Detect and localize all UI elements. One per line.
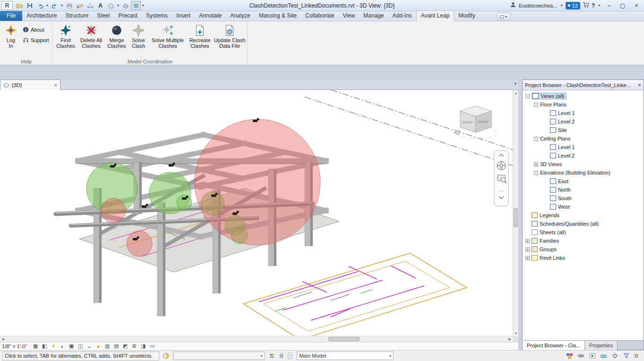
ribbon-tab-steel[interactable]: Steel bbox=[93, 11, 114, 21]
tree-item-3d-views[interactable]: + 3D Views bbox=[523, 160, 644, 168]
open-icon[interactable] bbox=[14, 1, 24, 10]
find-clashes-button[interactable]: Find Clashes bbox=[55, 22, 77, 56]
steering-wheel-icon[interactable] bbox=[497, 161, 506, 170]
expander-icon[interactable]: - bbox=[534, 137, 538, 141]
solve-clash-button[interactable]: Solve Clash bbox=[129, 22, 148, 56]
revit-logo[interactable]: R bbox=[1, 1, 13, 10]
viewcube-front-label[interactable]: RIGHT bbox=[463, 121, 473, 124]
user-menu-caret[interactable]: ▾ bbox=[559, 3, 563, 8]
status-design-options-icon[interactable] bbox=[588, 352, 596, 360]
status-links-icon[interactable] bbox=[577, 352, 585, 360]
ribbon-tab-collaborate[interactable]: Collaborate bbox=[301, 11, 338, 21]
ribbon-tab-insert[interactable]: Insert bbox=[172, 11, 195, 21]
close-view-tab-icon[interactable]: × bbox=[54, 82, 57, 88]
expander-icon[interactable]: - bbox=[525, 94, 530, 98]
active-design-model-select[interactable]: Main Model▾ bbox=[297, 352, 394, 360]
horizontal-scrollbar[interactable]: ◀ ▶ bbox=[0, 336, 513, 342]
status-glasses-icon[interactable] bbox=[600, 352, 608, 360]
more-tools-icon[interactable]: ▭ bbox=[148, 343, 156, 349]
vertical-scroll-thumb[interactable] bbox=[514, 208, 518, 227]
editing-requests-icon[interactable] bbox=[268, 352, 276, 360]
view-cube[interactable]: RIGHT RIGHT bbox=[454, 106, 496, 139]
reveal-constraints-icon[interactable]: ⊞ bbox=[130, 343, 138, 349]
measure-icon[interactable] bbox=[75, 1, 85, 10]
section-icon[interactable] bbox=[120, 1, 130, 10]
active-workset-select[interactable]: ▾ bbox=[173, 352, 265, 360]
support-button[interactable]: Support bbox=[23, 35, 49, 44]
ribbon-tab-structure[interactable]: Structure bbox=[61, 11, 93, 21]
undo-icon[interactable] bbox=[35, 1, 45, 10]
tree-item-families[interactable]: + Families bbox=[523, 237, 644, 245]
text-note-icon[interactable]: A bbox=[95, 1, 105, 10]
project-browser-header[interactable]: Project Browser - ClashDetectionTest_Lin… bbox=[523, 80, 644, 90]
ribbon-tab-file[interactable]: File bbox=[0, 11, 22, 21]
ribbon-tab-modify[interactable]: Modify bbox=[454, 11, 479, 21]
tab-properties[interactable]: Properties bbox=[585, 341, 618, 350]
crop-region-icon[interactable]: ◫ bbox=[77, 343, 85, 349]
worksharing-display-icon[interactable]: ▥ bbox=[103, 343, 112, 349]
close-button[interactable]: × bbox=[631, 1, 642, 10]
ribbon-tab-systems[interactable]: Systems bbox=[142, 11, 172, 21]
delete-all-clashes-button[interactable]: Delete All Clashes bbox=[77, 22, 105, 56]
ribbon-tab-architecture[interactable]: Architecture bbox=[22, 11, 61, 21]
ribbon-tab-view[interactable]: View bbox=[338, 11, 359, 21]
save-icon[interactable] bbox=[25, 1, 34, 10]
tree-item-ceiling-level-2[interactable]: Level 2 bbox=[523, 151, 644, 160]
ribbon-tab-annotate[interactable]: Annotate bbox=[195, 11, 226, 21]
expander-icon[interactable]: + bbox=[525, 247, 530, 252]
tree-item-level-1[interactable]: Level 1 bbox=[523, 109, 644, 117]
notification-badge[interactable]: 13 bbox=[566, 2, 580, 9]
log-in-button[interactable]: Log In bbox=[2, 22, 20, 56]
tree-item-floor-plans[interactable]: - Floor Plans bbox=[523, 100, 644, 109]
default-3d-view-icon[interactable] bbox=[106, 1, 116, 10]
ribbon-tab-precast[interactable]: Precast bbox=[114, 11, 142, 21]
help-icon[interactable]: ? bbox=[592, 2, 595, 9]
tree-item-south[interactable]: South bbox=[523, 194, 644, 203]
about-button[interactable]: About bbox=[23, 25, 49, 34]
tree-item-sheets[interactable]: Sheets (all) bbox=[523, 228, 644, 237]
expander-icon[interactable]: + bbox=[534, 162, 538, 167]
reveal-hidden-icon[interactable]: ● bbox=[94, 343, 103, 349]
tree-item-elevations[interactable]: - Elevations (Building Elevation) bbox=[523, 168, 644, 177]
tree-item-groups[interactable]: + Groups bbox=[523, 245, 644, 254]
expander-icon[interactable]: + bbox=[525, 256, 530, 260]
tab-project-browser[interactable]: Project Browser - Cla... bbox=[523, 341, 585, 350]
qat-customize-caret[interactable]: ▾ bbox=[141, 3, 145, 8]
dimension-icon[interactable] bbox=[85, 1, 95, 10]
filter-icon[interactable] bbox=[622, 352, 630, 360]
tree-item-north[interactable]: North bbox=[523, 185, 644, 194]
view-tab-3d[interactable]: {3D} × bbox=[0, 79, 60, 90]
tree-item-west[interactable]: West bbox=[523, 203, 644, 211]
worksharing-status-icon[interactable] bbox=[162, 352, 170, 360]
tree-item-revit-links[interactable]: + Revit Links bbox=[523, 254, 644, 262]
tree-item-schedules[interactable]: Schedules/Quantities (all) bbox=[523, 220, 644, 228]
undo-menu-caret[interactable]: ▾ bbox=[45, 3, 49, 8]
ribbon-tab-avant-leap[interactable]: Avant Leap bbox=[416, 10, 455, 21]
model-view-canvas[interactable]: RIGHT RIGHT bbox=[0, 90, 513, 336]
expander-icon[interactable]: + bbox=[525, 239, 530, 243]
scale-selector[interactable]: 1/8" = 1'-0" bbox=[2, 343, 31, 349]
hide-analytical-icon[interactable]: ◩ bbox=[121, 343, 129, 349]
signed-in-user[interactable]: Eosteicoechea... bbox=[519, 3, 557, 9]
tree-item-east[interactable]: East bbox=[523, 177, 644, 185]
cart-icon[interactable] bbox=[583, 1, 589, 9]
expander-icon[interactable]: - bbox=[534, 171, 538, 175]
ribbon-tab-analyze[interactable]: Analyze bbox=[226, 11, 255, 21]
maximize-button[interactable]: ▢ bbox=[617, 1, 628, 10]
print-icon[interactable] bbox=[64, 1, 74, 10]
merge-clashes-button[interactable]: Merge Clashes bbox=[106, 22, 128, 56]
tree-item-site[interactable]: Site bbox=[523, 126, 644, 134]
horizontal-scroll-thumb[interactable] bbox=[328, 337, 360, 341]
temporary-hide-icon[interactable]: ◒ bbox=[86, 343, 94, 349]
ribbon-tab-massing-site[interactable]: Massing & Site bbox=[255, 11, 301, 21]
tree-item-views-all[interactable]: - Views (all) bbox=[523, 92, 644, 100]
expander-icon[interactable]: - bbox=[534, 103, 538, 107]
show-mass-icon[interactable]: ◨ bbox=[139, 343, 147, 349]
shadows-icon[interactable]: ◐ bbox=[59, 343, 67, 349]
help-menu-caret[interactable]: ▾ bbox=[597, 3, 601, 8]
ribbon-display-options-button[interactable]: ▾ bbox=[497, 13, 510, 20]
ribbon-tab-add-ins[interactable]: Add-Ins bbox=[388, 11, 416, 21]
drawing-area[interactable]: RIGHT RIGHT bbox=[0, 90, 513, 336]
thin-lines-icon[interactable] bbox=[131, 1, 141, 10]
status-worksets-icon[interactable] bbox=[566, 352, 574, 360]
